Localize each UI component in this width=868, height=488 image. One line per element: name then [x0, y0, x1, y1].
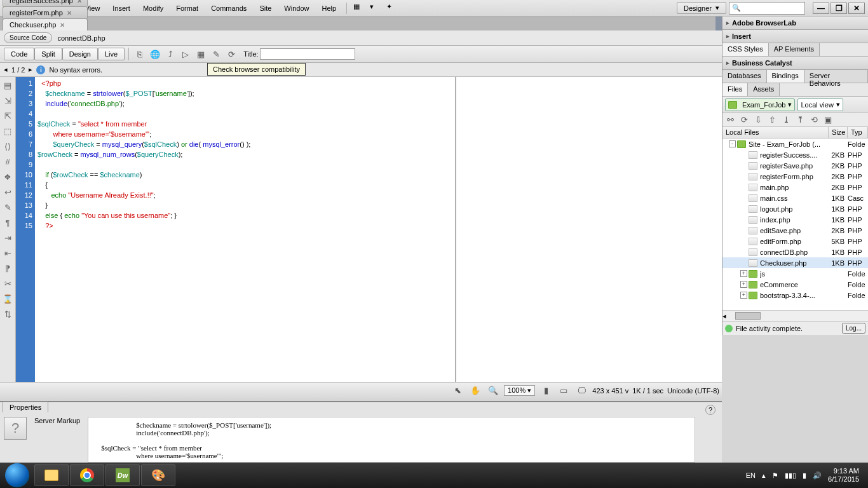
tab-server-behaviors[interactable]: Server Behaviors [804, 70, 868, 83]
file-tree-row[interactable]: editForm.php 5KB PHP [722, 236, 868, 247]
open-docs-icon[interactable]: ▤ [2, 79, 13, 91]
window-dimensions[interactable]: 423 x 451 v [592, 387, 628, 395]
file-tree-row[interactable]: + bootstrap-3.3.4-... Folde [722, 290, 868, 301]
word-wrap-icon[interactable]: ↩ [2, 186, 13, 198]
taskbar-explorer[interactable] [34, 464, 69, 486]
view-selector[interactable]: Local view▾ [797, 98, 843, 111]
menu-insert[interactable]: Insert [106, 2, 137, 15]
menu-help[interactable]: Help [315, 2, 342, 15]
code-lines[interactable]: <?php $checkname = strtolower($_POST['us… [35, 77, 455, 382]
phone-icon[interactable]: ▮ [539, 384, 553, 397]
file-tree-row[interactable]: main.css 1KB Casc [722, 193, 868, 203]
file-tree-row[interactable]: + js Folde [722, 268, 868, 279]
minimize-button[interactable]: — [813, 3, 829, 14]
next-icon[interactable]: ▸ [29, 65, 32, 74]
chevron-down-icon[interactable]: ▾ [370, 3, 381, 14]
file-tree-row[interactable]: registerForm.php 2KB PHP [722, 171, 868, 182]
tray-battery-icon[interactable]: ▮ [803, 471, 806, 480]
nav-icon[interactable]: ⤴ [163, 48, 177, 60]
tree-toggle-icon[interactable]: + [740, 270, 747, 277]
validate-icon[interactable]: ✎ [209, 48, 223, 60]
taskbar-dreamweaver[interactable]: Dw [105, 464, 140, 486]
properties-tab[interactable]: Properties [3, 402, 48, 412]
syntax-icon[interactable]: ✎ [2, 201, 13, 213]
file-tree-row[interactable]: - Site - Exam_ForJob (... Folde [722, 139, 868, 149]
highlight-icon[interactable]: ❖ [2, 171, 13, 182]
view-code-button[interactable]: Code [4, 48, 34, 60]
line-numbers-icon[interactable]: # [2, 156, 13, 167]
col-size[interactable]: Size [829, 127, 848, 138]
expand-icon[interactable]: ▣ [823, 115, 833, 125]
refresh-icon[interactable]: ⟳ [739, 115, 749, 125]
checkin-icon[interactable]: ⤒ [795, 115, 805, 125]
tree-toggle-icon[interactable]: - [729, 140, 736, 147]
file-tree-row[interactable]: index.php 1KB PHP [722, 214, 868, 225]
zoom-icon[interactable]: 🔍 [486, 384, 500, 397]
taskbar-chrome[interactable] [70, 464, 104, 486]
tab-close-icon[interactable]: ✕ [60, 22, 65, 29]
source-code-button[interactable]: Source Code [4, 32, 52, 43]
tree-toggle-icon[interactable]: + [740, 292, 747, 299]
view-design-button[interactable]: Design [62, 48, 98, 60]
hidden-chars-icon[interactable]: ¶ [2, 217, 13, 228]
file-tree-row[interactable]: connectDB.php 1KB PHP [722, 247, 868, 257]
menu-modify[interactable]: Modify [137, 2, 170, 15]
system-clock[interactable]: 9:13 AM 6/17/2015 [828, 467, 863, 484]
files-hscroll[interactable]: ◂ [722, 310, 868, 321]
tab-bindings[interactable]: Bindings [767, 70, 804, 83]
extend-icon[interactable]: ✦ [386, 3, 398, 14]
menu-window[interactable]: Window [278, 2, 315, 15]
zoom-level[interactable]: 100% ▾ [504, 385, 535, 396]
file-tree-row[interactable]: registerSave.php 2KB PHP [722, 160, 868, 171]
outdent-icon[interactable]: ⇤ [2, 247, 13, 259]
recent-icon[interactable]: ⌛ [2, 293, 13, 304]
search-box[interactable]: 🔍 [729, 2, 805, 15]
log-button[interactable]: Log... [842, 323, 865, 334]
comment-icon[interactable]: ⁋ [2, 262, 13, 274]
doc-tab[interactable]: Checkuser.php✕ [3, 18, 88, 30]
file-tree-row[interactable]: main.php 2KB PHP [722, 182, 868, 193]
preview-icon[interactable]: ▷ [179, 48, 193, 60]
collapse-icon[interactable]: ⇲ [2, 95, 13, 106]
file-tree-row[interactable]: + eCommerce Folde [722, 279, 868, 290]
view-live-button[interactable]: Live [98, 48, 125, 60]
expand-icon[interactable]: ⇱ [2, 110, 13, 121]
help-icon[interactable]: ? [705, 405, 715, 415]
col-local-files[interactable]: Local Files [722, 127, 829, 138]
file-tree-row[interactable]: editSave.php 2KB PHP [722, 225, 868, 236]
move-icon[interactable]: ⇅ [2, 308, 13, 320]
tab-close-icon[interactable]: ✕ [77, 0, 82, 4]
pointer-icon[interactable]: ⬉ [451, 384, 465, 397]
get-icon[interactable]: ⇩ [753, 115, 763, 125]
panel-insert[interactable]: ▸Insert [722, 30, 868, 43]
menu-commands[interactable]: Commands [205, 2, 253, 15]
checkout-icon[interactable]: ⤓ [781, 115, 791, 125]
related-file-link[interactable]: connectDB.php [57, 34, 105, 42]
doc-tab[interactable]: registerSuccess.php✕ [3, 0, 88, 6]
tray-volume-icon[interactable]: 🔊 [813, 471, 822, 480]
file-tree-row[interactable]: logout.php 1KB PHP [722, 203, 868, 214]
globe-icon[interactable]: 🌐 [148, 48, 162, 60]
title-input[interactable] [260, 48, 355, 60]
tree-toggle-icon[interactable]: + [740, 281, 747, 288]
prev-icon[interactable]: ◂ [4, 65, 8, 74]
refresh-icon[interactable]: ⟳ [224, 48, 238, 60]
hand-icon[interactable]: ✋ [468, 384, 482, 397]
tab-files[interactable]: Files [722, 83, 748, 96]
workspace-switcher[interactable]: Designer▾ [677, 2, 726, 14]
close-button[interactable]: ✕ [848, 3, 865, 14]
tray-chevron-icon[interactable]: ▴ [762, 471, 766, 480]
panel-browserlab[interactable]: ▸Adobe BrowserLab [722, 17, 868, 30]
tab-close-icon[interactable]: ✕ [67, 10, 72, 17]
tray-flag-icon[interactable]: ⚑ [772, 471, 778, 480]
site-selector[interactable]: Exam_ForJob▾ [725, 98, 795, 111]
indent-icon[interactable]: ⇥ [2, 232, 13, 243]
desktop-icon[interactable]: 🖵 [574, 384, 588, 397]
check-browser-icon[interactable]: ▦ [194, 48, 208, 60]
language-indicator[interactable]: EN [746, 471, 756, 479]
code-editor[interactable]: 123456789101112131415 <?php $checkname =… [16, 77, 455, 382]
balance-icon[interactable]: ⟨⟩ [2, 140, 13, 152]
tab-css-styles[interactable]: CSS Styles [722, 43, 769, 56]
panel-business-catalyst[interactable]: ▸Business Catalyst [722, 57, 868, 70]
doc-tab[interactable]: registerForm.php✕ [3, 6, 88, 18]
